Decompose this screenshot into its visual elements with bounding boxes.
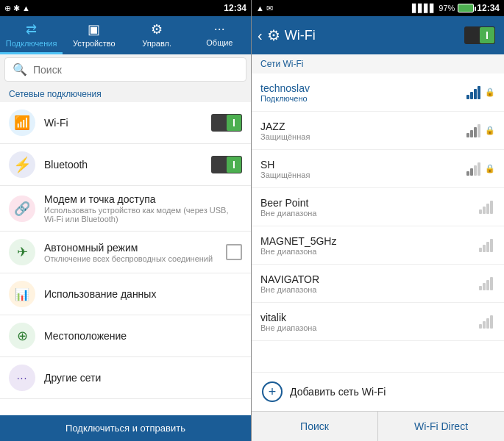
bottom-bar-right: Поиск Wi-Fi Direct xyxy=(252,411,504,441)
left-panel: ⊕ ✱ ▲ 12:34 ⇄ Подключения ▣ Устройство ⚙… xyxy=(0,0,252,441)
jazz-lock-icon: 🔒 xyxy=(485,126,495,135)
other-icon: ··· xyxy=(9,365,35,391)
right-status-icons: ▲ ✉ xyxy=(256,4,273,13)
wifi-main-toggle-knob: I xyxy=(480,27,494,43)
magnet-text: MAGNET_5GHz Вне диапазона xyxy=(260,235,479,256)
beerpoint-text: Beer Point Вне диапазона xyxy=(260,197,479,218)
tab-controls-label: Управл. xyxy=(142,39,171,48)
svg-rect-11 xyxy=(478,162,480,176)
add-wifi-label: Добавить сеть Wi-Fi xyxy=(290,386,386,398)
connections-icon: ⇄ xyxy=(26,21,37,37)
wifi-network-sh[interactable]: SH Защищённая 🔒 xyxy=(252,150,504,188)
svg-rect-18 xyxy=(486,242,489,252)
tab-general[interactable]: ··· Общие xyxy=(188,16,251,54)
menu-item-bluetooth[interactable]: ⚡ Bluetooth I xyxy=(0,144,251,186)
navigator-text: NAVIGATOR Вне диапазона xyxy=(260,273,479,294)
data-text: Использование данных xyxy=(44,288,242,300)
tab-controls[interactable]: ⚙ Управл. xyxy=(126,16,188,54)
svg-rect-4 xyxy=(466,133,469,137)
modem-text: Модем и точка доступа Использовать устро… xyxy=(44,193,242,223)
technoslav-name: technoslav xyxy=(260,82,466,94)
right-title: Wi-Fi xyxy=(285,28,460,43)
jazz-signal-icon xyxy=(466,124,483,137)
tab-connections[interactable]: ⇄ Подключения xyxy=(0,16,63,54)
right-battery-icon xyxy=(458,4,474,12)
right-panel: ▲ ✉ ▋▋▋▋ 97% 12:34 ‹ ⚙ Wi-Fi I Сети Wi-F… xyxy=(252,0,504,441)
settings-gear-icon[interactable]: ⚙ xyxy=(267,26,280,44)
airplane-title: Автономный режим xyxy=(44,242,217,254)
menu-item-data[interactable]: 📊 Использование данных xyxy=(0,273,251,315)
svg-rect-21 xyxy=(483,283,486,290)
sh-lock-icon: 🔒 xyxy=(485,164,495,173)
beerpoint-name: Beer Point xyxy=(260,197,479,209)
jazz-status: Защищённая xyxy=(260,132,466,141)
tab-general-label: Общие xyxy=(206,38,233,47)
left-status-bar: ⊕ ✱ ▲ 12:34 xyxy=(0,0,251,16)
location-title: Местоположение xyxy=(44,330,242,342)
svg-rect-0 xyxy=(466,95,469,99)
svg-rect-22 xyxy=(486,280,489,290)
menu-item-wifi[interactable]: 📶 Wi-Fi I xyxy=(0,102,251,144)
svg-rect-27 xyxy=(490,315,493,329)
other-title: Другие сети xyxy=(44,372,242,384)
svg-rect-8 xyxy=(466,171,469,176)
add-wifi-item[interactable]: + Добавить сеть Wi-Fi xyxy=(252,372,504,411)
wifi-toggle[interactable]: I xyxy=(211,114,242,132)
add-wifi-plus-icon: + xyxy=(262,381,283,402)
svg-rect-12 xyxy=(479,209,482,214)
airplane-subtitle: Отключение всех беспроводных соединений xyxy=(44,254,217,263)
search-button[interactable]: Поиск xyxy=(252,412,378,441)
svg-rect-26 xyxy=(486,318,489,329)
wifi-main-toggle[interactable]: I xyxy=(464,26,495,44)
technoslav-text: technoslav Подключено xyxy=(260,82,466,103)
svg-rect-14 xyxy=(486,204,489,214)
airplane-checkbox[interactable] xyxy=(226,244,242,260)
wifi-network-navigator[interactable]: NAVIGATOR Вне диапазона xyxy=(252,265,504,303)
data-title: Использование данных xyxy=(44,288,242,300)
wifi-network-beerpoint[interactable]: Beer Point Вне диапазона xyxy=(252,188,504,226)
svg-rect-15 xyxy=(490,201,493,214)
beerpoint-status: Вне диапазона xyxy=(260,209,479,218)
modem-subtitle: Использовать устройство как модем (через… xyxy=(44,206,242,223)
tab-connections-label: Подключения xyxy=(6,39,57,48)
jazz-name: JAZZ xyxy=(260,121,466,132)
menu-item-airplane[interactable]: ✈ Автономный режим Отключение всех беспр… xyxy=(0,232,251,273)
section-header: Сетевые подключения xyxy=(0,85,251,102)
svg-rect-24 xyxy=(479,324,482,329)
right-battery-pct: 97% xyxy=(439,4,455,12)
bluetooth-toggle[interactable]: I xyxy=(211,156,242,173)
back-button[interactable]: ‹ xyxy=(258,27,263,44)
left-status-icons: ⊕ ✱ ▲ xyxy=(4,4,30,13)
other-text: Другие сети xyxy=(44,372,242,384)
menu-item-other[interactable]: ··· Другие сети xyxy=(0,357,251,399)
svg-rect-13 xyxy=(483,207,486,214)
svg-rect-17 xyxy=(483,245,486,252)
wifi-direct-button[interactable]: Wi-Fi Direct xyxy=(378,412,504,441)
bottom-connect-button[interactable]: Подключиться и отправить xyxy=(0,415,251,441)
wifi-network-vitalik[interactable]: vitalik Вне диапазона xyxy=(252,303,504,341)
svg-rect-3 xyxy=(478,86,480,99)
magnet-name: MAGNET_5GHz xyxy=(260,235,479,247)
technoslav-signal: 🔒 xyxy=(466,86,495,99)
svg-rect-16 xyxy=(479,248,482,252)
wifi-network-technoslav[interactable]: technoslav Подключено 🔒 xyxy=(252,74,504,112)
search-bar[interactable]: 🔍 xyxy=(4,57,246,82)
wifi-network-magnet[interactable]: MAGNET_5GHz Вне диапазона xyxy=(252,226,504,265)
beerpoint-signal-icon xyxy=(479,201,495,214)
menu-list: 📶 Wi-Fi I ⚡ Bluetooth I 🔗 Модем и точка … xyxy=(0,102,251,415)
jazz-signal: 🔒 xyxy=(466,124,495,137)
svg-rect-10 xyxy=(474,165,477,176)
technoslav-lock-icon: 🔒 xyxy=(485,87,495,97)
wifi-list: technoslav Подключено 🔒 JAZZ За xyxy=(252,74,504,372)
sh-text: SH Защищённая xyxy=(260,159,466,179)
navigator-status: Вне диапазона xyxy=(260,285,479,294)
menu-item-modem[interactable]: 🔗 Модем и точка доступа Использовать уст… xyxy=(0,186,251,232)
svg-rect-2 xyxy=(474,89,477,99)
tab-device[interactable]: ▣ Устройство xyxy=(63,16,125,54)
data-icon: 📊 xyxy=(9,281,35,307)
search-input[interactable] xyxy=(33,64,238,76)
menu-item-location[interactable]: ⊕ Местоположение xyxy=(0,315,251,357)
wifi-network-jazz[interactable]: JAZZ Защищённая 🔒 xyxy=(252,112,504,150)
modem-title: Модем и точка доступа xyxy=(44,193,242,205)
technoslav-signal-icon xyxy=(466,86,483,99)
